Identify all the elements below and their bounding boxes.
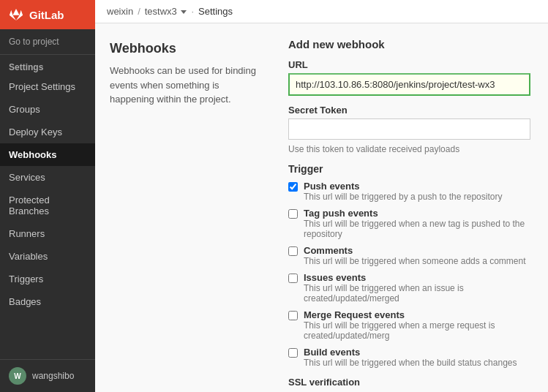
comments-label: Comments — [304, 245, 525, 256]
username-label: wangshibo — [32, 371, 74, 381]
sidebar-item-deploy-keys[interactable]: Deploy Keys — [0, 121, 95, 143]
left-description-panel: Webhooks Webhooks can be used for bindin… — [95, 23, 271, 392]
trigger-push-events: Push events This url will be triggered b… — [288, 181, 530, 202]
secret-hint: Use this token to validate received payl… — [288, 144, 530, 154]
push-events-checkbox[interactable] — [288, 182, 298, 192]
sidebar-item-groups[interactable]: Groups — [0, 98, 95, 121]
go-to-project[interactable]: Go to project — [0, 29, 95, 55]
url-label: URL — [288, 59, 530, 70]
sidebar-item-runners[interactable]: Runners — [0, 222, 95, 245]
sidebar-section-label: Settings — [0, 55, 95, 75]
tag-push-events-checkbox[interactable] — [288, 209, 298, 219]
gitlab-label: GitLab — [29, 9, 64, 21]
webhook-form-panel: Add new webhook URL Secret Token Use thi… — [271, 23, 548, 392]
merge-request-events-label: Merge Request events — [304, 309, 530, 320]
repo-dropdown-icon[interactable] — [181, 10, 187, 14]
sidebar-item-protected-branches[interactable]: Protected Branches — [0, 189, 95, 222]
merge-request-events-desc: This url will be triggered when a merge … — [304, 320, 530, 341]
sidebar-item-services[interactable]: Services — [0, 166, 95, 189]
breadcrumb-sep2: · — [191, 6, 194, 17]
sidebar-item-badges[interactable]: Badges — [0, 290, 95, 313]
sidebar: GitLab Go to project Settings Project Se… — [0, 0, 95, 392]
comments-desc: This url will be triggered when someone … — [304, 256, 525, 266]
trigger-tag-push-events: Tag push events This url will be trigger… — [288, 208, 530, 239]
comments-checkbox[interactable] — [288, 246, 298, 256]
build-events-checkbox[interactable] — [288, 348, 298, 358]
trigger-title: Trigger — [288, 163, 530, 175]
sidebar-item-webhooks[interactable]: Webhooks — [0, 143, 95, 166]
breadcrumb-settings: Settings — [198, 6, 233, 17]
url-input[interactable] — [288, 73, 530, 96]
trigger-build-events: Build events This url will be triggered … — [288, 347, 530, 368]
push-events-label: Push events — [304, 181, 502, 192]
user-profile[interactable]: W wangshibo — [0, 359, 95, 392]
sidebar-item-variables[interactable]: Variables — [0, 245, 95, 268]
build-events-desc: This url will be triggered when the buil… — [304, 358, 517, 368]
gitlab-icon — [9, 7, 23, 22]
sidebar-item-project-settings[interactable]: Project Settings — [0, 75, 95, 98]
push-events-desc: This url will be triggered by a push to … — [304, 192, 502, 202]
avatar: W — [9, 367, 26, 385]
page-title: Webhooks — [110, 41, 256, 56]
page-description: Webhooks can be used for binding events … — [110, 64, 256, 107]
merge-request-events-checkbox[interactable] — [288, 311, 298, 320]
breadcrumb-owner[interactable]: weixin — [107, 6, 133, 17]
build-events-label: Build events — [304, 347, 517, 358]
main-content: weixin / testwx3 · Settings Webhooks Web… — [95, 0, 548, 392]
form-title: Add new webhook — [288, 38, 530, 50]
trigger-merge-request-events: Merge Request events This url will be tr… — [288, 309, 530, 341]
ssl-section-label: SSL verification — [288, 377, 530, 388]
issues-events-desc: This url will be triggered when an issue… — [304, 283, 530, 304]
issues-events-label: Issues events — [304, 272, 530, 283]
trigger-comments: Comments This url will be triggered when… — [288, 245, 530, 266]
tag-push-events-label: Tag push events — [304, 208, 530, 219]
gitlab-logo[interactable]: GitLab — [0, 0, 95, 29]
trigger-issues-events: Issues events This url will be triggered… — [288, 272, 530, 304]
breadcrumb-sep1: / — [138, 6, 140, 17]
issues-events-checkbox[interactable] — [288, 274, 298, 283]
secret-label: Secret Token — [288, 105, 530, 116]
page-body: Webhooks Webhooks can be used for bindin… — [95, 23, 548, 392]
secret-token-input[interactable] — [288, 118, 530, 140]
sidebar-item-triggers[interactable]: Triggers — [0, 268, 95, 290]
breadcrumb-repo[interactable]: testwx3 — [145, 6, 187, 17]
tag-push-events-desc: This url will be triggered when a new ta… — [304, 219, 530, 239]
ssl-verification-section: SSL verification Enable SSL verification — [288, 377, 530, 392]
breadcrumb: weixin / testwx3 · Settings — [95, 0, 548, 23]
